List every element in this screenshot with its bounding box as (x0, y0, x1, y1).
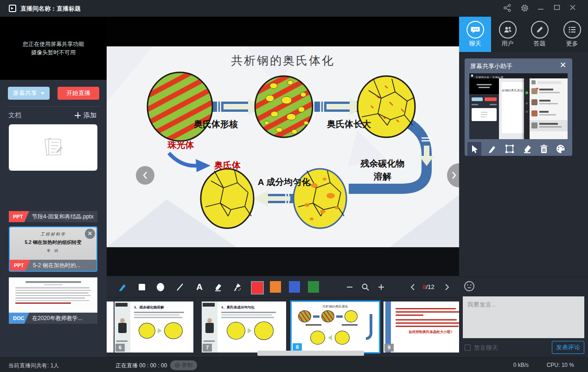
doc-name: 节段4-回复和再结晶.pptx (32, 213, 94, 220)
text-bar (396, 308, 456, 309)
tab-quiz[interactable]: 答题 (524, 17, 556, 52)
start-live-button[interactable]: 开始直播 (58, 87, 99, 100)
thumbnail-8-selected[interactable]: 共析钢的奥氏体化 8 (290, 301, 380, 353)
tab-label: 聊天 (459, 39, 491, 48)
mp-chat-nav (524, 78, 530, 139)
slide-thumbnail-strip: 3、残余碳化物溶解 6 4、奥氏体成分均匀化 (107, 298, 459, 357)
camera-notice-line1: 您正在使用屏幕共享功能 (0, 17, 107, 48)
rectangle-tool-icon[interactable] (136, 282, 147, 293)
slide-title: 共析钢的奥氏体化 (107, 53, 459, 68)
maximize-icon[interactable] (553, 4, 562, 13)
thumb-heading: 共析钢的奥氏体化 (292, 304, 379, 309)
thumbnail-scrollbar[interactable] (257, 351, 364, 356)
assistant-close-icon[interactable]: ✕ (558, 61, 568, 70)
thumbnail-6[interactable]: 3、残余碳化物溶解 6 (115, 301, 193, 353)
assistant-rect-tool-icon[interactable] (503, 142, 517, 156)
tab-chat[interactable]: 聊天 (459, 17, 491, 52)
record-button[interactable]: 录制 (170, 360, 197, 370)
mini-arrow-icon (158, 328, 162, 334)
magnifier-icon[interactable] (360, 282, 371, 293)
text-bar (15, 302, 71, 304)
mp-chat-row (530, 98, 568, 108)
eraser-tool-icon[interactable] (212, 282, 224, 293)
document-placeholder-card[interactable] (9, 124, 97, 171)
laser-brush-tool-icon[interactable] (232, 282, 243, 293)
tab-label: 更多 (556, 39, 588, 48)
mini-grain-circle (345, 310, 358, 322)
doc-thumbnail (9, 277, 97, 313)
remove-doc-icon[interactable]: ✕ (85, 229, 95, 239)
prev-slide-button[interactable] (136, 166, 154, 185)
ellipse-tool-icon[interactable] (155, 282, 166, 293)
share-icon[interactable] (503, 4, 512, 13)
thumbnail-page-badge: 7 (203, 344, 212, 352)
assistant-trash-icon[interactable] (537, 142, 551, 156)
tab-more[interactable]: 更多 (556, 17, 588, 52)
slide-canvas[interactable]: 共析钢的奥氏体化 珠光体 奥氏体形核 奥氏体长大 残余碳化物 溶解 奥氏体 A … (107, 46, 459, 247)
pencil-icon (531, 21, 549, 38)
banner (115, 303, 128, 307)
viewer-count: 当前直播间共有: 1人 (8, 362, 59, 370)
color-swatch-orange[interactable] (270, 281, 281, 293)
assistant-eraser-tool-icon[interactable] (520, 142, 534, 156)
post-comment-button[interactable]: 发表评论 (552, 341, 584, 354)
color-swatch-red[interactable] (251, 281, 264, 295)
text-bar (134, 312, 184, 313)
thumbnail-7[interactable]: 4、奥氏体成分均匀化 7 (202, 301, 286, 353)
thumbnail-9[interactable]: 如何控制奥氏体晶粒大小呢? 9 (383, 301, 459, 353)
assistant-pen-tool-icon[interactable] (485, 142, 499, 156)
next-page-icon[interactable] (441, 282, 453, 293)
mute-chat-checkbox[interactable] (465, 345, 471, 351)
doc-item-2-selected[interactable]: 工程材料学 5.2 钢在加热时的组织转变 李 娟 ✕ PPT 5-2 钢在加热时… (9, 226, 97, 272)
pen-tool-icon[interactable] (117, 282, 128, 293)
chat-message-input[interactable] (463, 296, 584, 338)
mp-chat-window (524, 78, 568, 139)
doc-item-3[interactable]: DOC 在2020年教师教学... (9, 277, 97, 324)
left-sidebar: 您正在使用屏幕共享功能 摄像头暂时不可用 屏幕共享 开始直播 文档 添加 (0, 17, 107, 357)
tab-users[interactable]: 用户 (492, 17, 524, 52)
text-bar (221, 317, 274, 318)
chat-bubble-icon (467, 21, 484, 38)
cpu-usage: CPU: 10 % (547, 362, 574, 368)
mp-titlebar: 直播间名称：直播标题 (469, 73, 568, 78)
plus-icon (75, 112, 81, 118)
settings-gear-icon[interactable] (520, 4, 530, 13)
zoom-in-icon[interactable] (376, 282, 387, 293)
presenter-head (120, 318, 125, 323)
text-bar (15, 297, 85, 299)
stage-background-top (107, 17, 459, 46)
emoji-icon[interactable] (464, 281, 475, 292)
doc-thumbnail: 工程材料学 5.2 钢在加热时的组织转变 李 娟 (10, 227, 96, 260)
label-nucleation: 奥氏体形核 (175, 118, 256, 130)
add-document-button[interactable]: 添加 (75, 111, 96, 120)
screen-share-assistant-panel: 屏幕共享小助手 ✕ 直播间名称：直播标题 (465, 58, 572, 156)
thumbnail-page-badge: 6 (115, 344, 125, 352)
doc-name: 5-2 钢在加热时的... (33, 262, 81, 269)
page-current: 8 (422, 283, 426, 290)
color-swatch-green[interactable] (308, 281, 319, 293)
zoom-out-icon[interactable] (344, 282, 355, 293)
thumbnail-page-badge: 8 (293, 343, 302, 351)
doc-item-1[interactable]: PPT 节段4-回复和再结晶.pptx (9, 211, 97, 222)
thumb-series: 工程材料学 (10, 231, 96, 237)
close-icon[interactable] (569, 4, 578, 13)
thumbnail-5-sliver[interactable] (107, 301, 114, 353)
screen-share-button[interactable]: 屏幕共享 (8, 87, 50, 100)
text-tool-icon[interactable]: A (194, 282, 205, 293)
ppt-badge: PPT (10, 260, 30, 271)
color-swatch-blue[interactable] (289, 281, 300, 293)
text-bar (396, 314, 423, 316)
camera-preview: 您正在使用屏幕共享功能 摄像头暂时不可用 (0, 17, 107, 80)
mini-diagram-row2 (310, 331, 350, 345)
minimize-icon[interactable] (537, 4, 546, 13)
mini-diagram-row1 (298, 310, 358, 322)
assistant-cursor-tool-icon[interactable] (467, 142, 481, 156)
assistant-palette-icon[interactable] (554, 142, 568, 156)
mp-chat-row (530, 109, 568, 119)
label-residual-1: 残余碳化物 (345, 158, 420, 170)
camera-notice-line2: 摄像头暂时不可用 (0, 48, 107, 57)
page-total: /12 (426, 283, 435, 290)
banner (203, 303, 215, 307)
line-tool-icon[interactable] (174, 282, 185, 293)
text-bar (490, 104, 497, 105)
